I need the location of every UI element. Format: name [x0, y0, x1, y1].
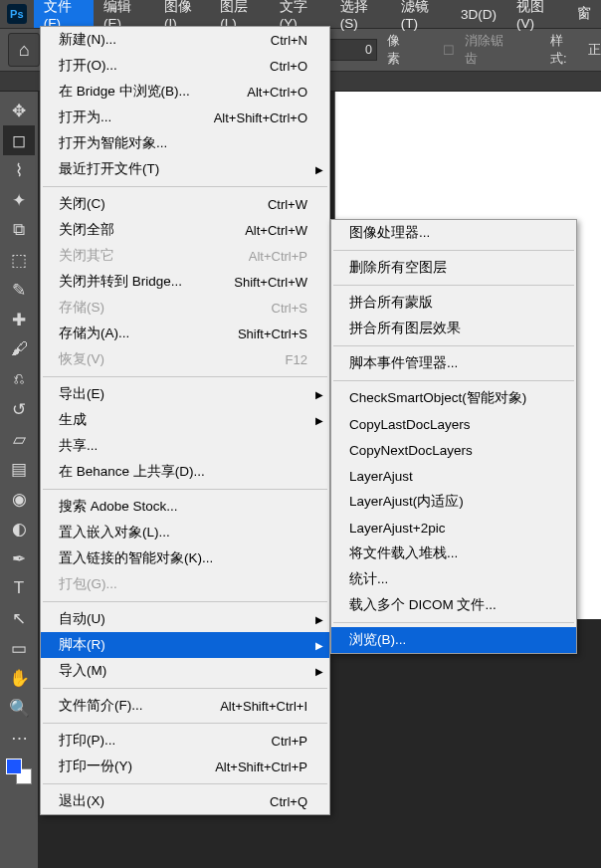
file-menu-item[interactable]: 导入(M)	[41, 658, 329, 684]
tool-pen[interactable]: ✒	[3, 543, 35, 573]
menu-item-label: 统计...	[349, 570, 554, 588]
menubar-滤镜(T)[interactable]: 滤镜(T)	[391, 0, 451, 28]
menu-item-label: 文件简介(F)...	[59, 697, 220, 715]
tool-brush[interactable]: 🖌	[3, 334, 35, 364]
home-button[interactable]: ⌂	[8, 33, 40, 67]
scripts-submenu-item[interactable]: 删除所有空图层	[331, 255, 576, 281]
tool-type[interactable]: T	[3, 573, 35, 603]
file-menu-item[interactable]: 打印一份(Y)Alt+Shift+Ctrl+P	[41, 754, 329, 779]
file-menu-item[interactable]: 最近打开文件(T)	[41, 156, 329, 182]
tool-stamp[interactable]: ⎌	[3, 364, 35, 394]
tool-more[interactable]: ⋯	[3, 723, 35, 753]
scripts-submenu-item[interactable]: LayerAjust	[331, 463, 576, 489]
tool-blur[interactable]: ◉	[3, 484, 35, 514]
menu-item-label: 自动(U)	[59, 610, 307, 628]
menu-item-shortcut: Ctrl+S	[272, 301, 307, 316]
scripts-submenu-item[interactable]: CopyLastDocLayers	[331, 411, 576, 437]
file-menu-item[interactable]: 导出(E)	[41, 381, 329, 407]
file-menu-item[interactable]: 退出(X)Ctrl+Q	[41, 788, 329, 814]
scripts-submenu-item[interactable]: 拼合所有蒙版	[331, 290, 576, 316]
scripts-submenu-item[interactable]: 统计...	[331, 566, 576, 592]
file-menu-item[interactable]: 文件简介(F)...Alt+Shift+Ctrl+I	[41, 693, 329, 719]
tool-eyedrop[interactable]: ✎	[3, 275, 35, 305]
file-menu-item: 存储(S)Ctrl+S	[41, 295, 329, 321]
file-menu-item[interactable]: 共享...	[41, 433, 329, 459]
scripts-submenu-item[interactable]: 图像处理器...	[331, 220, 576, 246]
menubar-图像(I)[interactable]: 图像(I)	[154, 0, 210, 28]
file-menu-separator	[43, 723, 327, 724]
menubar-文件(F)[interactable]: 文件(F)	[34, 0, 94, 28]
file-menu-separator	[43, 783, 327, 784]
file-menu-item[interactable]: 关闭全部Alt+Ctrl+W	[41, 217, 329, 243]
menubar-窗[interactable]: 窗	[567, 0, 601, 28]
file-menu-item[interactable]: 关闭(C)Ctrl+W	[41, 191, 329, 217]
scripts-submenu-item[interactable]: 载入多个 DICOM 文件...	[331, 592, 576, 618]
menu-item-label: 将文件载入堆栈...	[349, 544, 554, 562]
file-menu-item[interactable]: 在 Bridge 中浏览(B)...Alt+Ctrl+O	[41, 79, 329, 105]
menu-item-label: 导出(E)	[59, 385, 307, 403]
tool-marquee[interactable]: ◻	[3, 125, 35, 155]
tool-gradient[interactable]: ▤	[3, 454, 35, 484]
menubar-文字(Y)[interactable]: 文字(Y)	[270, 0, 330, 28]
tool-frame[interactable]: ⬚	[3, 245, 35, 275]
tool-rect[interactable]: ▭	[3, 633, 35, 663]
file-menu-item[interactable]: 脚本(R)	[41, 632, 329, 658]
tool-crop[interactable]: ⧉	[3, 215, 35, 245]
file-menu-item[interactable]: 打开(O)...Ctrl+O	[41, 53, 329, 79]
scripts-submenu-item[interactable]: 浏览(B)...	[331, 627, 576, 653]
menubar-视图(V)[interactable]: 视图(V)	[506, 0, 567, 28]
tool-path[interactable]: ↖	[3, 603, 35, 633]
file-menu-item[interactable]: 置入嵌入对象(L)...	[41, 520, 329, 545]
file-menu-item[interactable]: 置入链接的智能对象(K)...	[41, 545, 329, 571]
menu-item-shortcut: Alt+Shift+Ctrl+P	[215, 760, 307, 774]
tool-eraser[interactable]: ▱	[3, 424, 35, 454]
tool-dodge[interactable]: ◐	[3, 514, 35, 543]
scripts-submenu-item[interactable]: 脚本事件管理器...	[331, 350, 576, 376]
file-menu-item[interactable]: 自动(U)	[41, 606, 329, 632]
tool-wand[interactable]: ✦	[3, 185, 35, 215]
menubar-图层(L)[interactable]: 图层(L)	[210, 0, 270, 28]
scripts-submenu-item[interactable]: CheckSmartObject(智能对象)	[331, 385, 576, 411]
menubar-编辑(E)[interactable]: 编辑(E)	[94, 0, 154, 28]
file-menu-item[interactable]: 打印(P)...Ctrl+P	[41, 728, 329, 754]
menubar-3D(D)[interactable]: 3D(D)	[451, 0, 506, 28]
file-menu-item[interactable]: 搜索 Adobe Stock...	[41, 494, 329, 520]
file-menu-item[interactable]: 关闭并转到 Bridge...Shift+Ctrl+W	[41, 269, 329, 295]
scripts-submenu-item[interactable]: LayerAjust+2pic	[331, 515, 576, 541]
menu-item-label: 打开(O)...	[59, 57, 270, 75]
file-menu-item[interactable]: 在 Behance 上共享(D)...	[41, 459, 329, 485]
menu-item-label: 在 Behance 上共享(D)...	[59, 463, 307, 481]
menu-item-label: 在 Bridge 中浏览(B)...	[59, 83, 247, 101]
menu-item-label: 打开为智能对象...	[59, 134, 307, 152]
menu-item-label: 脚本(R)	[59, 636, 307, 654]
menu-item-shortcut: Ctrl+O	[270, 59, 307, 74]
menu-item-label: LayerAjust	[349, 469, 554, 484]
tool-zoom[interactable]: 🔍	[3, 693, 35, 723]
menu-item-label: 关闭全部	[59, 221, 245, 239]
feather-input[interactable]	[323, 39, 377, 61]
scripts-submenu-item[interactable]: 将文件载入堆栈...	[331, 541, 576, 566]
file-menu-item[interactable]: 打开为智能对象...	[41, 130, 329, 156]
file-menu-item[interactable]: 新建(N)...Ctrl+N	[41, 27, 329, 53]
tool-lasso[interactable]: ⌇	[3, 155, 35, 185]
menu-item-shortcut: Alt+Shift+Ctrl+I	[220, 699, 307, 714]
home-icon: ⌂	[19, 40, 30, 61]
color-swatches[interactable]	[6, 759, 32, 784]
tool-hand[interactable]: ✋	[3, 663, 35, 693]
tool-move[interactable]: ✥	[3, 96, 35, 125]
menu-item-shortcut: Alt+Ctrl+O	[247, 85, 307, 100]
file-menu-item[interactable]: 打开为...Alt+Shift+Ctrl+O	[41, 105, 329, 130]
scripts-submenu-item[interactable]: CopyNextDocLayers	[331, 437, 576, 463]
menubar-选择(S)[interactable]: 选择(S)	[330, 0, 391, 28]
file-menu-item[interactable]: 生成	[41, 407, 329, 433]
menu-item-label: 新建(N)...	[59, 31, 271, 49]
tool-history[interactable]: ↺	[3, 394, 35, 424]
menu-item-label: CopyNextDocLayers	[349, 443, 554, 458]
file-menu-item[interactable]: 存储为(A)...Shift+Ctrl+S	[41, 321, 329, 346]
tool-heal[interactable]: ✚	[3, 305, 35, 334]
scripts-submenu-item[interactable]: LayerAjust(内适应)	[331, 489, 576, 515]
menu-item-label: 打包(G)...	[59, 575, 307, 593]
scripts-submenu-item[interactable]: 拼合所有图层效果	[331, 316, 576, 341]
menu-item-shortcut: Ctrl+W	[268, 197, 307, 212]
menu-item-label: 打开为...	[59, 108, 214, 126]
